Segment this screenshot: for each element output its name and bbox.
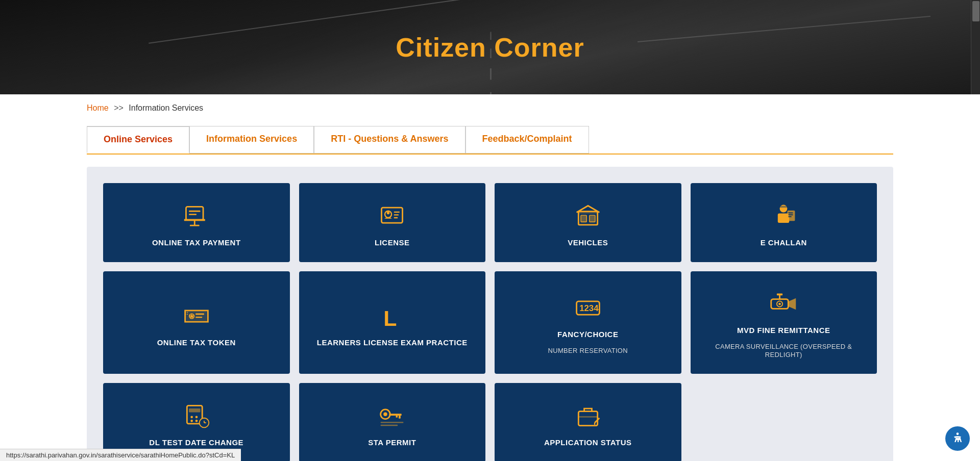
dl-test-icon (182, 402, 211, 430)
svg-rect-5 (190, 225, 200, 226)
tax-payment-icon (182, 202, 211, 231)
service-label-sta: STA PERMIT (368, 438, 416, 448)
svg-rect-9 (394, 211, 400, 212)
service-label-mvd: MVD FINE REMITTANCE (737, 325, 830, 336)
svg-rect-24 (780, 206, 788, 208)
tab-feedback[interactable]: Feedback/Complaint (465, 126, 589, 153)
camera-icon (769, 290, 798, 318)
svg-rect-20 (788, 211, 795, 221)
fancy-icon: 1234 (574, 294, 602, 322)
svg-text:1234: 1234 (579, 303, 599, 313)
scrollbar-thumb[interactable] (972, 1, 979, 21)
svg-rect-38 (777, 293, 782, 295)
service-card-sta[interactable]: STA PERMIT (299, 383, 486, 461)
svg-rect-1 (189, 211, 200, 212)
tab-information-services[interactable]: Information Services (189, 126, 314, 153)
license-icon (378, 202, 406, 231)
svg-rect-26 (195, 313, 204, 315)
svg-rect-51 (399, 416, 401, 419)
service-sublabel-mvd: CAMERA SURVEILLANCE (OVERSPEED & REDLIGH… (701, 343, 867, 360)
svg-text:L: L (383, 306, 397, 330)
svg-rect-54 (381, 425, 398, 426)
svg-rect-10 (394, 214, 399, 215)
service-card-license[interactable]: LICENSE (299, 183, 486, 262)
service-label-learners: LEARNERS LICENSE EXAM PRACTICE (317, 338, 468, 348)
service-card-fancy[interactable]: 1234 FANCY/CHOICE NUMBER RESERVATION (495, 271, 681, 374)
tabs-row: Online Services Information Services RTI… (87, 126, 893, 153)
service-card-mvd[interactable]: MVD FINE REMITTANCE CAMERA SURVEILLANCE … (691, 271, 877, 374)
learners-icon: L (378, 302, 406, 330)
status-bar: https://sarathi.parivahan.gov.in/sarathi… (0, 449, 241, 461)
svg-rect-23 (789, 216, 792, 217)
service-label-dl-test: DL TEST DATE CHANGE (149, 438, 243, 448)
echallan-icon (769, 202, 798, 231)
svg-rect-53 (381, 422, 404, 423)
breadcrumb-separator: >> (114, 104, 124, 112)
services-grid: ONLINE TAX PAYMENT LICENSE (103, 183, 877, 461)
svg-point-60 (957, 432, 959, 435)
breadcrumb-home-link[interactable]: Home (87, 104, 109, 112)
svg-point-42 (195, 416, 198, 419)
service-card-vehicles[interactable]: VEHICLES (495, 183, 681, 262)
breadcrumb: Home >> Information Services (0, 94, 980, 122)
service-card-echallan[interactable]: E CHALLAN (691, 183, 877, 262)
breadcrumb-current-page: Information Services (129, 104, 203, 112)
svg-point-8 (387, 211, 390, 214)
tab-online-services[interactable]: Online Services (87, 126, 189, 153)
status-url: https://sarathi.parivahan.gov.in/sarathi… (6, 451, 235, 459)
sta-icon (378, 402, 406, 430)
service-label-fancy: FANCY/CHOICE (557, 329, 618, 340)
service-sublabel-fancy: NUMBER RESERVATION (548, 347, 628, 355)
svg-rect-52 (396, 416, 398, 418)
svg-point-44 (195, 420, 198, 422)
svg-rect-13 (581, 215, 586, 222)
svg-rect-22 (789, 214, 793, 215)
svg-rect-14 (590, 215, 595, 222)
accessibility-icon (950, 431, 965, 446)
service-card-online-tax-payment[interactable]: ONLINE TAX PAYMENT (103, 183, 290, 262)
service-card-tax-token[interactable]: ONLINE TAX TOKEN (103, 271, 290, 374)
svg-rect-0 (186, 207, 203, 220)
svg-point-36 (778, 303, 781, 305)
svg-rect-50 (389, 414, 402, 416)
service-card-app-status[interactable]: APPLICATION STATUS (495, 383, 681, 461)
svg-rect-17 (578, 211, 597, 213)
svg-rect-40 (189, 408, 200, 412)
accessibility-button[interactable] (945, 426, 970, 451)
tab-underline (87, 153, 893, 155)
hero-banner: Citizen Corner (0, 0, 980, 94)
service-label-app-status: APPLICATION STATUS (544, 438, 632, 448)
svg-point-43 (190, 420, 193, 422)
svg-rect-21 (789, 212, 793, 213)
app-status-icon (574, 402, 602, 430)
service-label-tax-token: ONLINE TAX TOKEN (157, 338, 236, 348)
service-label-license: LICENSE (375, 238, 410, 248)
service-label-tax-payment: ONLINE TAX PAYMENT (152, 238, 241, 248)
service-label-vehicles: VEHICLES (568, 238, 608, 248)
page-title: Citizen Corner (396, 32, 584, 63)
services-section: ONLINE TAX PAYMENT LICENSE (87, 167, 893, 461)
vehicles-icon (574, 202, 602, 231)
service-card-learners-license[interactable]: L LEARNERS LICENSE EXAM PRACTICE (299, 271, 486, 374)
tab-rti[interactable]: RTI - Questions & Answers (314, 126, 465, 153)
svg-rect-2 (189, 214, 197, 215)
tax-token-icon (182, 302, 211, 330)
svg-rect-27 (195, 317, 202, 318)
service-label-echallan: E CHALLAN (761, 238, 807, 248)
scrollbar[interactable] (971, 0, 980, 94)
svg-rect-56 (578, 416, 597, 418)
svg-rect-11 (394, 217, 398, 218)
svg-point-49 (383, 413, 387, 416)
tabs-container: Online Services Information Services RTI… (0, 126, 980, 153)
svg-point-41 (190, 416, 193, 419)
